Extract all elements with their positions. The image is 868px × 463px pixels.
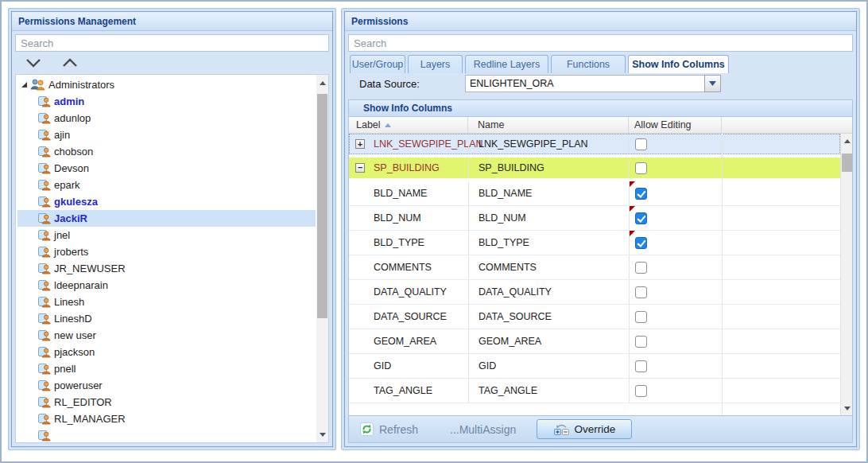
cell-label: TAG_ANGLE bbox=[374, 385, 432, 396]
allow-editing-checkbox[interactable] bbox=[635, 212, 647, 224]
tree-item-user[interactable]: RL_MANAGER bbox=[17, 410, 316, 427]
tree-item-user[interactable]: pnell bbox=[17, 360, 316, 377]
tree-item-user[interactable]: chobson bbox=[17, 143, 316, 160]
grid-row[interactable]: BLD_TYPEBLD_TYPE bbox=[349, 231, 840, 255]
grid-group-row[interactable]: +LNK_SEWGPIPE_PLANLNK_SEWGPIPE_PLAN bbox=[349, 134, 840, 154]
tab-show-info-columns[interactable]: Show Info Columns bbox=[628, 55, 729, 73]
tree-item-user[interactable]: ldeepnarain bbox=[17, 277, 316, 294]
allow-editing-checkbox[interactable] bbox=[635, 188, 647, 200]
grid-row[interactable]: GIDGID bbox=[349, 354, 840, 379]
tree-item-user[interactable]: Linesh bbox=[17, 294, 316, 310]
user-icon bbox=[38, 329, 51, 341]
grid-row[interactable]: GEOM_AREAGEOM_AREA bbox=[349, 329, 840, 354]
left-search-input[interactable] bbox=[15, 34, 329, 52]
tree-item-user[interactable]: jnel bbox=[17, 227, 316, 243]
allow-editing-checkbox[interactable] bbox=[635, 360, 647, 372]
allow-editing-checkbox[interactable] bbox=[635, 262, 647, 274]
grid-row[interactable]: BLD_NUMBLD_NUM bbox=[349, 206, 840, 231]
user-icon bbox=[38, 129, 51, 141]
data-source-value[interactable]: ENLIGHTEN_ORA bbox=[465, 75, 704, 92]
multiassign-button[interactable]: ...MultiAssign bbox=[450, 423, 516, 436]
tree-item-user-partial[interactable] bbox=[17, 427, 316, 442]
grid-row[interactable]: COMMENTSCOMMENTS bbox=[349, 255, 840, 280]
tree-expanded-arrow-icon[interactable] bbox=[21, 81, 28, 88]
data-source-dropdown-button[interactable] bbox=[704, 75, 721, 92]
allow-editing-checkbox[interactable] bbox=[635, 162, 647, 174]
cell-label: GID bbox=[374, 360, 391, 372]
modified-flag-icon bbox=[630, 231, 635, 236]
tree-item-user[interactable]: jroberts bbox=[17, 243, 316, 260]
chevron-down-icon bbox=[709, 81, 716, 86]
navigate-down-button[interactable] bbox=[23, 55, 44, 71]
grid-scrollbar[interactable] bbox=[840, 134, 852, 415]
column-header-name[interactable]: Name bbox=[468, 117, 629, 133]
user-icon bbox=[38, 396, 51, 408]
grid-row[interactable]: TAG_ANGLETAG_ANGLE bbox=[349, 379, 840, 403]
cell-name: SP_BUILDING bbox=[479, 162, 544, 173]
column-header-label[interactable]: Label bbox=[349, 117, 468, 133]
tree-item-user[interactable]: poweruser bbox=[17, 377, 316, 394]
tree-item-user[interactable]: JackiR bbox=[17, 210, 316, 227]
tree-item-label: poweruser bbox=[54, 379, 103, 391]
tree-item-user[interactable]: admin bbox=[17, 93, 316, 110]
tree-item-user[interactable]: LineshD bbox=[17, 310, 316, 327]
right-panel-header: Permissions bbox=[345, 12, 856, 31]
tree-item-user[interactable]: Devson bbox=[17, 160, 316, 177]
allow-editing-checkbox[interactable] bbox=[635, 286, 647, 298]
allow-editing-checkbox[interactable] bbox=[635, 336, 647, 348]
tree-item-user[interactable]: JR_NEWUSER bbox=[17, 260, 316, 277]
tree-item-label: admin bbox=[54, 95, 84, 107]
expand-icon[interactable]: + bbox=[355, 139, 365, 149]
allow-editing-checkbox[interactable] bbox=[635, 311, 647, 323]
grid-row[interactable]: DATA_QUALITYDATA_QUALITY bbox=[349, 280, 840, 305]
column-header-allow-editing[interactable]: Allow Editing bbox=[629, 117, 722, 133]
refresh-button[interactable]: Refresh bbox=[360, 422, 418, 436]
tree-item-label: Devson bbox=[54, 162, 89, 174]
tree-scrollbar[interactable] bbox=[316, 75, 328, 442]
tab-redline-layers[interactable]: Redline Layers bbox=[465, 55, 548, 73]
collapse-icon[interactable]: − bbox=[355, 163, 365, 173]
scroll-down-icon[interactable] bbox=[316, 428, 328, 441]
user-icon bbox=[38, 313, 51, 325]
allow-editing-checkbox[interactable] bbox=[635, 237, 647, 249]
scroll-up-icon[interactable] bbox=[316, 76, 328, 89]
tree-item-user[interactable]: gkulesza bbox=[17, 193, 316, 210]
user-icon bbox=[38, 430, 51, 442]
tree-item-user[interactable]: ajin bbox=[17, 126, 316, 143]
tab-layers[interactable]: Layers bbox=[408, 55, 463, 73]
scroll-up-icon[interactable] bbox=[841, 135, 852, 146]
scroll-down-icon[interactable] bbox=[841, 403, 852, 414]
tree-item-user[interactable]: new user bbox=[17, 327, 316, 344]
column-header-empty bbox=[722, 117, 852, 133]
user-icon bbox=[38, 263, 51, 274]
data-source-combobox[interactable]: ENLIGHTEN_ORA bbox=[465, 75, 721, 92]
navigate-up-button[interactable] bbox=[60, 55, 80, 71]
user-icon bbox=[38, 112, 51, 124]
tree-item-user[interactable]: pjackson bbox=[17, 344, 316, 360]
tree-item-label: chobson bbox=[54, 146, 93, 158]
refresh-label: Refresh bbox=[379, 423, 418, 436]
user-icon bbox=[38, 346, 51, 358]
cell-label: GEOM_AREA bbox=[374, 336, 436, 347]
grid-scrollbar-thumb[interactable] bbox=[842, 154, 852, 172]
user-icon bbox=[38, 363, 51, 375]
tab-functions[interactable]: Functions bbox=[551, 55, 626, 73]
user-icon bbox=[38, 229, 51, 241]
tree-item-label: jroberts bbox=[54, 246, 88, 258]
allow-editing-checkbox[interactable] bbox=[635, 138, 647, 150]
tree-item-label: ldeepnarain bbox=[54, 279, 108, 291]
tab-user-group[interactable]: User/Group bbox=[350, 55, 405, 73]
tree-scrollbar-thumb[interactable] bbox=[317, 94, 327, 318]
right-search-input[interactable] bbox=[348, 34, 853, 52]
data-source-bar: Data Source: ENLIGHTEN_ORA bbox=[348, 73, 853, 95]
grid-group-row[interactable]: −SP_BUILDINGSP_BUILDING bbox=[349, 158, 840, 178]
tree-item-user[interactable]: epark bbox=[17, 177, 316, 193]
tree-item-user[interactable]: RL_EDITOR bbox=[17, 394, 316, 410]
cell-label: SP_BUILDING bbox=[374, 162, 440, 173]
allow-editing-checkbox[interactable] bbox=[635, 385, 647, 397]
tree-item-administrators[interactable]: Administrators bbox=[17, 76, 316, 93]
override-button[interactable]: Override bbox=[537, 419, 632, 439]
grid-row[interactable]: BLD_NAMEBLD_NAME bbox=[349, 181, 840, 206]
grid-row[interactable]: DATA_SOURCEDATA_SOURCE bbox=[349, 305, 840, 329]
tree-item-user[interactable]: adunlop bbox=[17, 110, 316, 126]
